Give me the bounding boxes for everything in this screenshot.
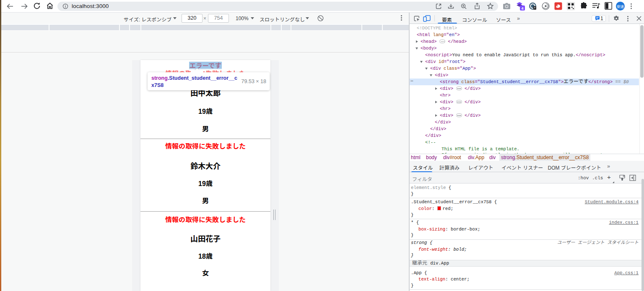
svg-text:4: 4 — [521, 6, 523, 10]
